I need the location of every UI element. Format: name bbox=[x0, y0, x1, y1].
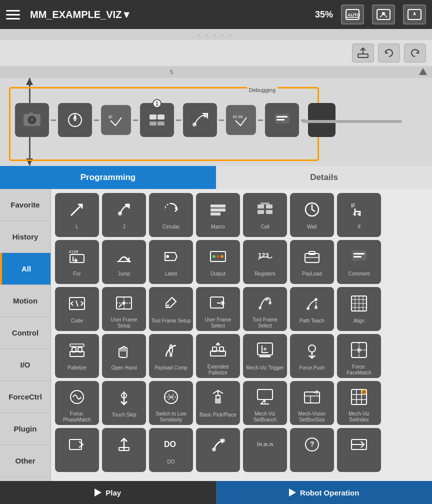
force-push-label: Force.Push bbox=[299, 365, 324, 376]
undo-button[interactable] bbox=[378, 44, 400, 62]
zoom-label: 35% bbox=[315, 10, 333, 20]
grid-item-mech-viz-setbranch[interactable]: Mech-Viz SetBranch bbox=[243, 381, 287, 425]
grid-item-switch-low-sensitivity[interactable]: Switch to Low Sensitivity bbox=[149, 381, 193, 425]
grid-item-call[interactable]: Call bbox=[243, 193, 287, 237]
grid-item-force-facematch[interactable]: Force. FaceMatch bbox=[337, 334, 381, 378]
upload-button[interactable] bbox=[352, 44, 374, 62]
sidebar-item-io[interactable]: I/O bbox=[0, 349, 50, 381]
node-badge: 1 bbox=[152, 99, 162, 108]
sidebar-item-history[interactable]: History bbox=[0, 221, 50, 253]
grid-item-payload[interactable]: PayLoad bbox=[290, 240, 334, 284]
sidebar-item-all[interactable]: All bbox=[0, 253, 50, 285]
svg-text:?: ? bbox=[310, 440, 314, 448]
sidebar-item-favorite[interactable]: Favorite bbox=[0, 189, 50, 221]
grid-item-payload-comp[interactable]: Payload Comp bbox=[149, 334, 193, 378]
grid-item-jump[interactable]: Jump bbox=[102, 240, 146, 284]
timeline-node-else[interactable]: ELSE bbox=[226, 105, 256, 135]
palletize-icon bbox=[57, 337, 97, 364]
grid-item-force-phasematch[interactable]: Force. PhaseMatch bbox=[55, 381, 99, 425]
grid-item-row6-7[interactable] bbox=[337, 428, 381, 472]
svg-rect-100 bbox=[215, 398, 221, 404]
svg-line-113 bbox=[363, 391, 365, 393]
svg-rect-52 bbox=[352, 250, 366, 260]
tab-details[interactable]: Details bbox=[216, 166, 432, 189]
svg-rect-32 bbox=[258, 204, 264, 208]
grid-item-user-frame-setup[interactable]: User Frame Setup bbox=[102, 287, 146, 331]
timeline-content: Debugging IF 1 bbox=[0, 78, 432, 166]
grid-item-do[interactable]: DO DO bbox=[149, 428, 193, 472]
grid-item-align[interactable]: Align bbox=[337, 287, 381, 331]
menu-icon[interactable] bbox=[6, 6, 24, 24]
user-frame-setup-icon bbox=[104, 290, 144, 316]
grid-item-for[interactable]: FOR For bbox=[55, 240, 99, 284]
timeline-node-if[interactable]: IF bbox=[101, 105, 131, 135]
call-label: Call bbox=[260, 224, 269, 235]
grid-item-extended-palletize[interactable]: Extended Palletize bbox=[196, 334, 240, 378]
grid-item-empty5 bbox=[384, 381, 428, 425]
row6-7-icon bbox=[339, 431, 379, 458]
grid-item-circular[interactable]: Circular bbox=[149, 193, 193, 237]
grid-item-j[interactable]: J bbox=[102, 193, 146, 237]
grid-item-row6-5[interactable]: (x₁,y₁,z₁) bbox=[243, 428, 287, 472]
grid-item-row6-2[interactable] bbox=[102, 428, 146, 472]
tool-frame-setup-label: Tool Frame Setup bbox=[152, 318, 191, 329]
grid-item-basic-pick-place[interactable]: Basic Pick/Place bbox=[196, 381, 240, 425]
grid-item-mech-viz-trigger[interactable]: Mech-Viz Trigger bbox=[243, 334, 287, 378]
grid-item-touch-skip[interactable]: Touch Skip bbox=[102, 381, 146, 425]
timeline-node-camera[interactable] bbox=[15, 103, 49, 137]
grid-item-code[interactable]: Code bbox=[55, 287, 99, 331]
grid-item-mech-vision-setboxsize[interactable]: Mech-Vision SetBoxSize bbox=[290, 381, 334, 425]
redo-button[interactable] bbox=[404, 44, 426, 62]
grid-item-open-hand[interactable]: Open Hand bbox=[102, 334, 146, 378]
grid-item-tool-frame-select[interactable]: Tool Frame Select bbox=[243, 287, 287, 331]
touch-button[interactable] bbox=[403, 4, 426, 24]
svg-text:FOR: FOR bbox=[69, 250, 78, 254]
sidebar-item-control[interactable]: Control bbox=[0, 317, 50, 349]
svg-point-45 bbox=[212, 255, 216, 258]
grid-item-tool-frame-setup[interactable]: Tool Frame Setup bbox=[149, 287, 193, 331]
grid-item-palletize[interactable]: Palletize bbox=[55, 334, 99, 378]
svg-rect-17 bbox=[158, 114, 164, 120]
timeline-area[interactable]: 5 Debugging IF bbox=[0, 66, 432, 166]
grid-item-user-frame-select[interactable]: User Frame Select bbox=[196, 287, 240, 331]
macro-icon bbox=[198, 196, 238, 223]
grid-item-macro[interactable]: Macro bbox=[196, 193, 240, 237]
robot-operation-button[interactable]: Robot Operation bbox=[216, 481, 432, 504]
svg-rect-29 bbox=[210, 204, 226, 208]
tab-programming[interactable]: Programming bbox=[0, 166, 216, 189]
t-connector bbox=[219, 120, 224, 121]
svg-line-6 bbox=[384, 14, 387, 18]
circular-label: Circular bbox=[162, 224, 180, 235]
grid-item-mech-viz-setindex[interactable]: Mech-Viz SetIndex bbox=[337, 381, 381, 425]
sidebar-item-other[interactable]: Other bbox=[0, 445, 50, 477]
sidebar-item-motion[interactable]: Motion bbox=[0, 285, 50, 317]
grid-item-l[interactable]: L bbox=[55, 193, 99, 237]
grid-item-if[interactable]: IF If bbox=[337, 193, 381, 237]
drag-handle[interactable]: · · · · · bbox=[0, 29, 432, 40]
mech-vision-setboxsize-icon bbox=[292, 384, 332, 410]
grid-item-row6-6[interactable]: ? bbox=[290, 428, 334, 472]
grid-item-row6-4[interactable] bbox=[196, 428, 240, 472]
j-icon bbox=[104, 196, 144, 223]
grid-item-row6-1[interactable] bbox=[55, 428, 99, 472]
grid-item-label[interactable]: Label bbox=[149, 240, 193, 284]
timeline-node-path[interactable] bbox=[183, 103, 217, 137]
grid-item-comment[interactable]: Comment bbox=[337, 240, 381, 284]
timeline-node-nav[interactable] bbox=[58, 103, 92, 137]
grid-item-force-push[interactable]: Force.Push bbox=[290, 334, 334, 378]
network-button[interactable] bbox=[372, 4, 395, 24]
sidebar-item-forcectrl[interactable]: ForceCtrl bbox=[0, 381, 50, 413]
timeline-node-condition[interactable]: 1 bbox=[140, 103, 174, 137]
tool-frame-setup-icon bbox=[151, 290, 191, 317]
timeline-node-comment[interactable] bbox=[265, 103, 299, 137]
play-button[interactable]: Play bbox=[0, 481, 216, 504]
grid-item-wait[interactable]: Wait bbox=[290, 193, 334, 237]
drag-dots: · · · · · bbox=[198, 30, 234, 38]
grid-item-registers[interactable]: 123 Registers bbox=[243, 240, 287, 284]
grid-item-output[interactable]: Output bbox=[196, 240, 240, 284]
auto-mode-button[interactable]: AUTO bbox=[341, 4, 364, 24]
sidebar-item-plugin[interactable]: Plugin bbox=[0, 413, 50, 445]
toolbar-row bbox=[0, 40, 432, 66]
sidebar: Favorite History All Motion Control I/O … bbox=[0, 189, 51, 481]
grid-item-path-teach[interactable]: Path Teach bbox=[290, 287, 334, 331]
